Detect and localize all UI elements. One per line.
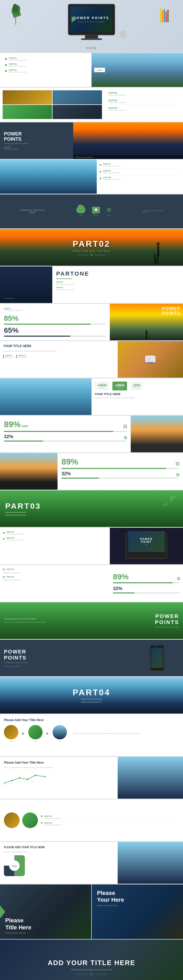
s21-left: Please Add Your Title Here Add your cont… <box>0 757 118 799</box>
chat-icon-group: 💬 chat <box>92 207 100 216</box>
s10-part04: PART04 <box>18 355 27 356</box>
s5-part03: PART03 <box>103 177 121 179</box>
s16-part02: PART02 <box>6 576 14 578</box>
s15-screen-sub: 8% <box>145 544 147 546</box>
photo-blue-1 <box>53 90 102 104</box>
part03-row: PART03 Please add your title here <box>5 69 88 73</box>
svg-point-2 <box>19 777 20 779</box>
slide-7: PART02 Please add your title here <box>0 229 183 266</box>
share-icon-group: ⚙ share <box>106 207 112 216</box>
s15-monitor: POWER POINT 8% <box>125 533 167 559</box>
stat2-label: Title here <box>115 387 124 389</box>
s18-power: POWER <box>4 649 127 655</box>
s14-title: PART03 <box>5 502 41 511</box>
plus-icon-2: + <box>124 436 127 439</box>
s15-part01: PART01 <box>6 531 24 533</box>
deco-tri-1 <box>170 496 178 503</box>
s8-part02: PART02 <box>56 286 179 288</box>
s22-circle1-group <box>4 813 19 828</box>
s9-bar1-bg <box>4 324 106 325</box>
s22-arrow2 <box>41 822 43 824</box>
s17-points: POINTS <box>122 619 179 625</box>
s17-power: POWER <box>122 613 179 619</box>
s13-percent2-row: 32% + <box>61 471 179 477</box>
s11-body: Please add your title here text content … <box>95 397 180 399</box>
s15-part02: PART02 <box>6 537 24 539</box>
s10-part04-block: PART04 Please add title <box>16 355 27 358</box>
s18-left: POWER POINTS PLEASE ADD YOUR TITLE HERE … <box>0 645 131 671</box>
please-title-tri <box>0 905 5 918</box>
s15-left: PART01 Please add your title here PART02… <box>0 528 110 564</box>
s20-title: Please Add Your Title Here <box>4 718 179 722</box>
slide3-photos <box>0 88 104 122</box>
s13-photo <box>0 453 58 490</box>
s14-subtitle: Please add your title here <box>5 514 41 516</box>
s7-content: PART02 Please add your title here <box>73 239 110 256</box>
s10-part01-block: PART01 Please add title <box>3 355 14 358</box>
s11-title: YOUR TITLE HERE <box>95 393 180 396</box>
s13-bar2-bg <box>61 477 179 479</box>
s7-title: PART02 <box>73 239 110 249</box>
s21-body: Add your content text here. This area co… <box>4 767 114 769</box>
add-title-sub: Please add your subtitle and description… <box>48 969 135 971</box>
slide4-city-photo: Please add your title here <box>73 123 183 159</box>
part01-text: Please add your title here <box>9 59 27 61</box>
s19-subtitle: Please add your title here <box>73 701 110 703</box>
slide4-dark-panel: POWERPOINTS PLEASE ADD YOUR TITLE HERE P… <box>0 123 73 159</box>
photo-hands-1 <box>3 90 52 104</box>
cloud-icon-group: cloud <box>76 207 85 216</box>
pencils-decoration <box>160 8 169 22</box>
please-title-text: PleaseTitle Here <box>5 917 31 931</box>
slide5-left-photo <box>0 160 97 194</box>
stat1-label: Title here <box>97 387 107 389</box>
s12-bar-fill <box>4 431 113 432</box>
slide-please-title: PleaseTitle Here Please add your title h… <box>0 885 91 939</box>
s17-right: POWER POINTS PLEASE ADD YOUR TITLE HERE <box>118 609 183 632</box>
s12-bar-bg <box>4 431 127 432</box>
arrow-icon <box>5 58 7 60</box>
s15-part02-text: Please add your title here <box>6 539 24 541</box>
circle-arrow-1 <box>22 732 24 735</box>
s18-body: Please add your text here <box>4 665 127 667</box>
s22-circles <box>4 813 38 828</box>
line-chart-svg <box>4 772 46 786</box>
s15-monitor-panel: POWER POINT 8% <box>110 528 183 564</box>
s3-part01-text: Please add your title here <box>109 94 179 96</box>
s4-part01: PART01 <box>4 146 69 148</box>
s6-right: Please add your title here text content <box>143 210 164 213</box>
s22-part01-text: Please add your title here <box>44 818 179 819</box>
s19-line <box>81 699 102 700</box>
s10-part04-text: Please add title <box>18 356 27 358</box>
s8-city-photo: City landscape <box>0 266 52 303</box>
slide-12: 89% PART + 32% + <box>0 416 183 452</box>
book-icon: 📖 <box>144 353 157 366</box>
s12-percent: 89% <box>4 420 21 430</box>
slide-5: PART01 Please add your title here PART02… <box>0 160 183 194</box>
photo-green-1 <box>3 105 52 119</box>
s14-line <box>5 512 26 512</box>
s12-percent-row: 89% PART + <box>4 420 127 430</box>
s9-bar1-fill <box>4 324 91 325</box>
slide-please-your: PleaseYour Here Please add your title he… <box>92 885 183 939</box>
slide5-mountain <box>0 160 97 194</box>
svg-text:Chart: Chart <box>12 865 17 867</box>
s22-circle2-group <box>22 813 38 828</box>
s17-body: Add your text content here for this slid… <box>4 621 114 624</box>
s22-part02: PART02 <box>44 822 52 824</box>
s12-bar2-bg <box>4 441 127 442</box>
add-title-text: ADD YOUR TITLE HERE <box>48 959 135 967</box>
svg-point-3 <box>27 778 28 780</box>
s16-left: PART01 Please add your title here PART02… <box>0 565 110 601</box>
line-right <box>95 255 105 255</box>
plant-decoration-left <box>10 4 21 27</box>
s12-person-photo <box>131 416 183 452</box>
s10-book-photo: 📖 <box>118 341 183 378</box>
circle-arrow-2 <box>47 732 49 735</box>
stat3-label: Title here <box>133 387 140 389</box>
s21-title: Please Add Your Title Here <box>4 761 114 764</box>
s5-part01: PART01 <box>103 163 121 165</box>
s9-percent1: 85% <box>4 314 19 323</box>
svg-point-4 <box>35 775 36 776</box>
s13-percent2: 32% <box>61 471 71 477</box>
cloud-label: cloud <box>76 214 85 216</box>
